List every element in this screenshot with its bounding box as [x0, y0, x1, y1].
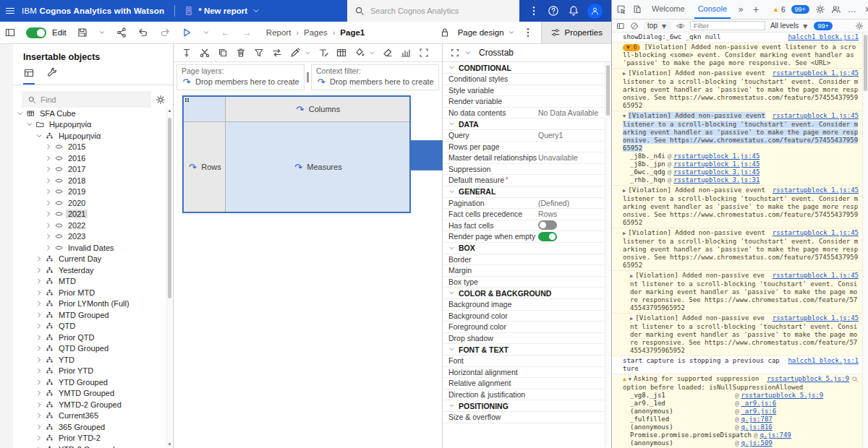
expand-chevron-icon[interactable] — [45, 155, 52, 162]
tree-item-qtd-grouped[interactable]: QTD Grouped — [13, 343, 166, 355]
properties-scrollbar[interactable] — [605, 62, 610, 447]
tab-toolbox[interactable] — [46, 67, 58, 85]
collapse-expander-icon[interactable]: ▼ — [623, 113, 626, 119]
source-link[interactable]: rsstartupblock_1.js:45 — [773, 186, 859, 194]
property-row-suppression[interactable]: Suppression — [443, 164, 605, 176]
tree-item-2018[interactable]: 2018 — [13, 175, 166, 186]
expand-chevron-icon[interactable] — [35, 389, 43, 397]
property-row-pagination[interactable]: Pagination(Defined) — [443, 198, 605, 210]
tree-item-2022[interactable]: 2022 — [13, 220, 166, 231]
property-row-border[interactable]: Border — [443, 254, 605, 266]
scrollbar-thumb[interactable] — [864, 35, 867, 91]
properties-section-conditional[interactable]: CONDITIONAL — [443, 62, 605, 74]
more-icon[interactable]: … — [847, 4, 857, 14]
crosstab-measures-dropzone[interactable]: ↷ Measures — [226, 122, 409, 212]
expand-expander-icon[interactable]: ▶ — [630, 316, 633, 322]
source-link[interactable]: rsstartupblock_1.js:45 — [773, 69, 859, 77]
tree-item-prior-ytd-2[interactable]: Prior YTD-2 — [13, 433, 166, 444]
expand-chevron-icon[interactable] — [35, 379, 43, 386]
expand-chevron-icon[interactable] — [45, 143, 52, 150]
chevron-down-icon[interactable] — [203, 29, 210, 36]
tree-item-2020[interactable]: 2020 — [13, 197, 166, 209]
tree-item-prior-lymonth-full[interactable]: Prior LYMonth (Full) — [13, 298, 166, 310]
property-row-background-color[interactable]: Background color — [443, 311, 605, 322]
pin-icon[interactable] — [181, 47, 192, 59]
property-row-drop-shadow[interactable]: Drop shadow — [443, 333, 605, 345]
tree-item-ytd-2-grouped[interactable]: YTD-2 Grouped — [13, 444, 166, 448]
property-row-render-page-when-empty[interactable]: Render page when empty — [443, 231, 605, 243]
source-link[interactable]: rsstartupblock_1.js:45 — [773, 272, 859, 280]
stack-source-link[interactable]: q.js:816 — [741, 423, 772, 431]
share-icon[interactable] — [116, 27, 127, 38]
stack-source-link[interactable]: rsstartupblock_1.js:45 — [673, 160, 760, 168]
expand-chevron-icon[interactable] — [35, 334, 43, 341]
gear-icon[interactable] — [815, 4, 825, 14]
cut-icon[interactable] — [199, 47, 210, 59]
chevron-down-icon[interactable] — [464, 49, 472, 56]
property-row-foreground-color[interactable]: Foreground color — [443, 322, 605, 333]
expand-expander-icon[interactable]: ▶ — [623, 231, 626, 236]
tree-item-[interactable]: Ημερομηνία — [13, 130, 166, 142]
expand-chevron-icon[interactable] — [35, 289, 43, 296]
warnings-badge[interactable]: ▲6 — [773, 6, 785, 14]
properties-button[interactable]: Properties — [541, 22, 611, 43]
tab-welcome[interactable]: Welcome — [648, 0, 689, 19]
expand-expander-icon[interactable]: ▶ — [623, 71, 626, 77]
stack-source-link[interactable]: q.js:509 — [741, 439, 772, 447]
tree-item-[interactable]: Ημερομηνία — [13, 119, 166, 131]
expand-chevron-icon[interactable] — [35, 434, 43, 441]
source-link[interactable]: rsstartupblock_1.js:45 — [773, 112, 859, 120]
expand-chevron-icon[interactable] — [35, 322, 43, 329]
side-panel-icon[interactable] — [4, 27, 16, 38]
expand-chevron-icon[interactable] — [35, 367, 43, 374]
tab-console[interactable]: Console — [694, 0, 731, 19]
collapse-chevron-icon[interactable] — [26, 121, 33, 128]
close-icon[interactable]: × — [863, 4, 868, 14]
property-row-font[interactable]: Font — [443, 356, 605, 367]
chevron-down-icon[interactable] — [98, 29, 106, 36]
collapse-chevron-icon[interactable] — [17, 110, 24, 117]
expand-chevron-icon[interactable] — [35, 345, 43, 352]
stack-source-link[interactable]: rsstartupblock_5.js:9 — [741, 392, 823, 399]
eye-icon[interactable] — [676, 22, 685, 30]
properties-section-box[interactable]: BOX — [443, 243, 605, 254]
tree-item-ymtd-2-grouped[interactable]: YMTD-2 Grouped — [13, 399, 166, 410]
property-row-query[interactable]: QueryQuery1 — [443, 130, 605, 142]
expand-chevron-icon[interactable] — [35, 267, 43, 274]
fill-color-icon[interactable] — [354, 47, 365, 59]
expand-chevron-icon[interactable] — [35, 401, 43, 408]
collapse-chevron-icon[interactable] — [35, 132, 43, 139]
tree-item-2021[interactable]: 2021 — [13, 209, 166, 220]
expand-chevron-icon[interactable] — [45, 165, 52, 173]
expand-chevron-icon[interactable] — [35, 311, 43, 319]
undo-icon[interactable] — [137, 27, 149, 38]
tree-item-prior-qtd[interactable]: Prior QTD — [13, 332, 166, 343]
tree-item-2015[interactable]: 2015 — [13, 142, 166, 153]
property-row-rows-per-page[interactable]: Rows per page — [443, 142, 605, 153]
drag-handle-icon[interactable] — [184, 98, 190, 103]
issues-badge[interactable]: 99+ — [814, 22, 832, 30]
expand-chevron-icon[interactable] — [35, 356, 43, 363]
tab-data-items[interactable] — [23, 67, 35, 85]
tree-item-prior-mtd[interactable]: Prior MTD — [13, 287, 166, 298]
toggle-render-page-when-empty[interactable] — [538, 232, 557, 241]
tree-item-qtd[interactable]: QTD — [13, 321, 166, 332]
run-icon[interactable] — [181, 27, 192, 38]
property-row-horizontal-alignment[interactable]: Horizontal alignment — [443, 367, 605, 379]
stack-source-link[interactable]: rsstartupblock_3.js:45 — [673, 168, 760, 176]
find-input[interactable] — [41, 95, 127, 104]
property-row-default-measure[interactable]: Default measure* — [443, 175, 605, 186]
edit-toggle[interactable] — [26, 27, 46, 38]
properties-section-data[interactable]: DATA — [443, 119, 605, 130]
expand-chevron-icon[interactable] — [45, 177, 52, 184]
source-link[interactable]: halcch1_block.js:1 — [788, 357, 859, 365]
tree-item-2016[interactable]: 2016 — [13, 152, 166, 164]
expand-chevron-icon[interactable] — [35, 300, 43, 307]
tree-item-2017[interactable]: 2017 — [13, 164, 166, 176]
tree-item-mtd-grouped[interactable]: MTD Grouped — [13, 309, 166, 321]
expand-chevron-icon[interactable] — [35, 255, 43, 262]
more-tabs-icon[interactable]: » — [736, 5, 745, 14]
tree-item-2019[interactable]: 2019 — [13, 186, 166, 198]
tree-item-current365[interactable]: Current365 — [13, 410, 166, 422]
expand-chevron-icon[interactable] — [45, 188, 52, 195]
